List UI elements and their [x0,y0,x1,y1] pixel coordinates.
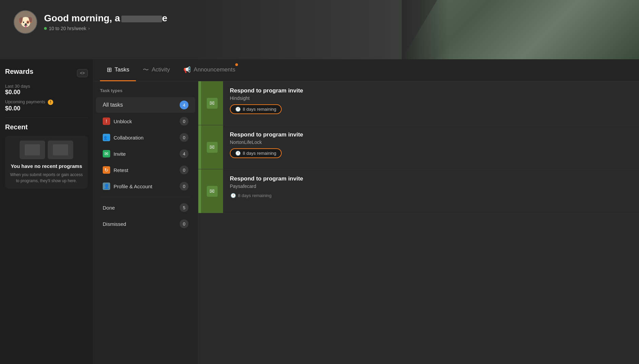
profile-count: 0 [180,182,188,191]
task-subtitle-2: NortonLifeLock [230,140,632,145]
invite-label: Invite [114,151,126,157]
deadline-text-3: 8 days remaining [238,193,272,198]
no-programs-body: When you submit reports or gain access t… [10,172,83,184]
tab-tasks-label: Tasks [115,66,129,73]
task-item-1[interactable]: ✉ Respond to program invite Hindsight 🕐 … [198,81,639,125]
collaboration-label: Collaboration [114,135,143,141]
envelope-icon-1: ✉ [207,98,218,109]
task-deadline-1: 🕐 8 days remaining [230,104,282,114]
task-title-2: Respond to program invite [230,131,632,138]
warning-icon: ! [48,100,53,105]
task-accent-2 [198,125,201,169]
task-filters-sidebar: Task types All tasks 4 ! Unblock 0 [93,81,198,364]
filter-all-tasks[interactable]: All tasks 4 [96,97,195,113]
task-accent-1 [198,81,201,125]
task-subtitle-1: Hindsight [230,95,632,101]
last30-label: Last 30 days [5,84,88,89]
rewards-last30: Last 30 days $0.00 [5,84,88,96]
deadline-text-1: 8 days remaining [243,107,276,112]
thumb-1 [20,141,45,159]
tasks-layout: Task types All tasks 4 ! Unblock 0 [93,81,639,364]
invite-icon: ✉ [103,150,110,157]
filter-profile[interactable]: 👤 Profile & Account 0 [96,178,195,194]
unblock-count: 0 [180,117,188,126]
task-deadline-3: 🕐 8 days remaining [230,192,272,199]
task-title-3: Respond to program invite [230,175,632,182]
retest-icon: ↻ [103,166,110,174]
tasks-icon: ⊞ [107,66,112,73]
done-count: 5 [180,203,188,212]
avatar[interactable]: 🐶 [14,10,37,34]
task-icon-col-1: ✉ [201,81,223,125]
task-accent-3 [198,169,201,213]
clock-icon-3: 🕐 [231,193,236,198]
tab-announcements[interactable]: 📢 Announcements [177,59,242,81]
collaboration-count: 0 [180,133,188,142]
announcements-notification-dot [235,63,238,66]
no-programs-title: You have no recent programs [10,163,83,169]
task-list: ✉ Respond to program invite Hindsight 🕐 … [198,81,639,364]
filter-invite[interactable]: ✉ Invite 4 [96,146,195,162]
task-types-title: Task types [93,88,198,93]
all-tasks-count: 4 [180,101,188,109]
done-label: Done [103,205,115,211]
filter-collaboration[interactable]: 👥 Collaboration 0 [96,130,195,145]
announcements-icon: 📢 [183,66,191,73]
rewards-upcoming: Upcoming payments ! $0.00 [5,99,88,112]
filter-dismissed[interactable]: Dismissed 0 [96,216,195,232]
task-body-3: Respond to program invite Paysafecard 🕐 … [223,169,639,213]
retest-count: 0 [180,166,188,174]
hero-text: Good morning, ae 10 to 20 hrs/week › [44,13,167,31]
clock-icon-2: 🕐 [235,151,241,156]
thumb-2 [48,141,73,159]
recent-card: You have no recent programs When you sub… [5,136,88,189]
unblock-icon: ! [103,117,110,125]
recent-thumbs [10,141,83,159]
filter-unblock[interactable]: ! Unblock 0 [96,113,195,129]
task-item-3[interactable]: ✉ Respond to program invite Paysafecard … [198,169,639,213]
task-body-2: Respond to program invite NortonLifeLock… [223,125,639,169]
content-area: ⊞ Tasks 〜 Activity 📢 Announcements Task … [93,59,639,364]
tab-activity[interactable]: 〜 Activity [136,59,177,81]
task-deadline-2: 🕐 8 days remaining [230,148,282,158]
envelope-icon-2: ✉ [207,142,218,153]
hero-header: 🐶 Good morning, ae 10 to 20 hrs/week › [0,0,639,59]
filter-done[interactable]: Done 5 [96,200,195,215]
deadline-text-2: 8 days remaining [243,151,276,156]
envelope-icon-3: ✉ [207,186,218,197]
upcoming-label: Upcoming payments ! [5,99,88,105]
task-item-2[interactable]: ✉ Respond to program invite NortonLifeLo… [198,125,639,169]
tabs-bar: ⊞ Tasks 〜 Activity 📢 Announcements [93,59,639,81]
tab-activity-label: Activity [152,66,170,73]
last30-value: $0.00 [5,89,88,96]
retest-label: Retest [114,167,128,173]
profile-icon: 👤 [103,183,110,190]
task-icon-col-2: ✉ [201,125,223,169]
all-tasks-label: All tasks [103,102,123,108]
availability-dot [44,27,47,30]
task-icon-col-3: ✉ [201,169,223,213]
availability-label: 10 to 20 hrs/week [49,26,86,31]
clock-icon-1: 🕐 [235,107,241,112]
availability-status[interactable]: 10 to 20 hrs/week › [44,26,167,31]
invite-count: 4 [180,149,188,158]
task-body-1: Respond to program invite Hindsight 🕐 8 … [223,81,639,125]
unblock-label: Unblock [114,119,132,124]
rewards-title: Rewards [5,68,33,76]
upcoming-value: $0.00 [5,105,88,112]
rewards-toggle-button[interactable]: <> [77,69,88,77]
collaboration-icon: 👥 [103,134,110,141]
tab-announcements-label: Announcements [194,66,235,73]
tab-tasks[interactable]: ⊞ Tasks [100,59,136,81]
greeting-text: Good morning, ae [44,13,167,24]
task-subtitle-3: Paysafecard [230,184,632,189]
sidebar: Rewards <> Last 30 days $0.00 Upcoming p… [0,59,93,364]
filter-retest[interactable]: ↻ Retest 0 [96,162,195,178]
main-layout: Rewards <> Last 30 days $0.00 Upcoming p… [0,59,639,364]
chevron-right-icon: › [88,26,90,31]
profile-label: Profile & Account [114,184,152,189]
dismissed-label: Dismissed [103,221,126,227]
task-title-1: Respond to program invite [230,87,632,94]
recent-title: Recent [5,123,88,131]
activity-icon: 〜 [143,66,149,74]
